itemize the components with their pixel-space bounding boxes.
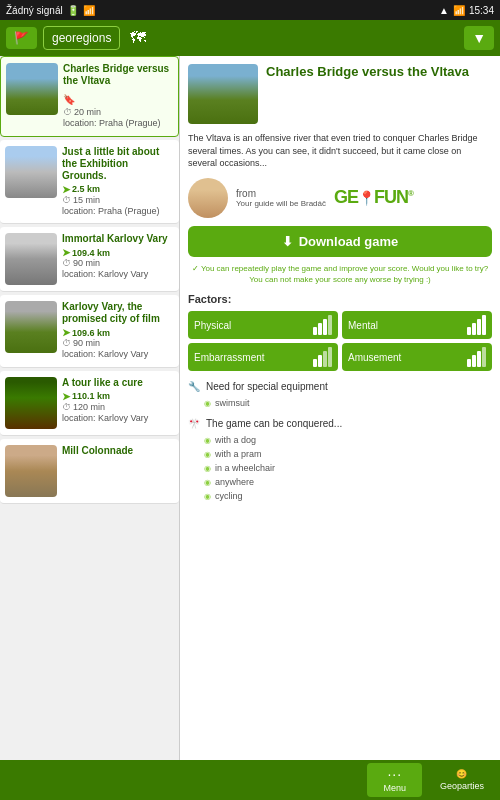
flag-icon: 🚩	[14, 31, 29, 45]
time-value: 20 min	[74, 107, 101, 117]
item-thumbnail	[5, 233, 57, 285]
item-location: location: Praha (Prague)	[63, 117, 173, 130]
conquered-item: ◉ with a dog	[188, 433, 492, 447]
main-area: Charles Bridge versus the Vltava 🔖 ⏱ 20 …	[0, 56, 500, 760]
conquered-anywhere: anywhere	[215, 477, 254, 487]
detail-panel: Charles Bridge versus the Vltava The Vlt…	[180, 56, 500, 760]
georegions-button[interactable]: georegions	[43, 26, 120, 50]
distance-value: 109.4 km	[72, 248, 110, 258]
item-title: Mill Colonnade	[62, 445, 174, 457]
list-item[interactable]: Immortal Karlovy Vary ➤ 109.4 km ⏱ 90 mi…	[0, 227, 179, 292]
filter-button[interactable]: ▼	[464, 26, 494, 50]
list-item[interactable]: Mill Colonnade	[0, 439, 179, 504]
item-distance: ➤ 2.5 km	[62, 184, 174, 195]
replay-text: You can repeatedly play the game and imp…	[201, 264, 488, 284]
flag-button[interactable]: 🚩	[6, 27, 37, 49]
bar	[467, 359, 471, 367]
item-location: location: Karlovy Vary	[62, 268, 174, 281]
map-button[interactable]: 🗺	[126, 25, 150, 51]
georegions-label: georegions	[52, 31, 111, 45]
menu-button[interactable]: ··· Menu	[367, 763, 422, 797]
conquered-item: ◉ in a wheelchair	[188, 461, 492, 475]
geofun-logo: GE📍FUN®	[334, 187, 413, 208]
circle-icon: ◉	[204, 478, 211, 487]
item-location: location: Karlovy Vary	[62, 348, 174, 361]
bar	[472, 355, 476, 367]
equipment-header-text: Need for special equipment	[206, 381, 328, 392]
item-thumbnail	[5, 146, 57, 198]
nav-bar: 🚩 georegions 🗺 ▼	[0, 20, 500, 56]
detail-title-area: Charles Bridge versus the Vltava	[266, 64, 469, 124]
time-value: 90 min	[73, 258, 100, 268]
clock-icon: ⏱	[62, 258, 71, 268]
factors-grid: Physical Mental Embarrassment	[188, 311, 492, 371]
factor-physical-bars	[313, 315, 332, 335]
circle-icon: ◉	[204, 450, 211, 459]
conquered-item: ◉ cycling	[188, 489, 492, 503]
item-thumbnail	[5, 377, 57, 429]
bar	[477, 319, 481, 335]
time-value: 90 min	[73, 338, 100, 348]
clock-icon: ⏱	[62, 195, 71, 205]
item-location: location: Karlovy Vary	[62, 412, 174, 425]
bar	[323, 319, 327, 335]
bar	[328, 347, 332, 367]
equipment-header: 🔧 Need for special equipment	[188, 381, 492, 392]
factor-amusement-bars	[467, 347, 486, 367]
factor-physical-label: Physical	[194, 320, 231, 331]
bar	[467, 327, 471, 335]
geoparties-button[interactable]: 😊 Geoparties	[424, 765, 500, 795]
guide-section: from Your guide will be Bradáč GE📍FUN®	[188, 178, 492, 218]
distance-value: 109.6 km	[72, 328, 110, 338]
bar	[472, 323, 476, 335]
item-title: Karlovy Vary, the promised city of film	[62, 301, 174, 325]
bar	[318, 355, 322, 367]
time-value: 120 min	[73, 402, 105, 412]
item-info: Charles Bridge versus the Vltava 🔖 ⏱ 20 …	[63, 63, 173, 130]
bottom-nav: ··· Menu 😊 Geoparties	[0, 760, 500, 800]
distance-value: 110.1 km	[72, 391, 110, 401]
conquered-header-text: The game can be conquered...	[206, 418, 342, 429]
list-item[interactable]: A tour like a cure ➤ 110.1 km ⏱ 120 min …	[0, 371, 179, 436]
circle-icon: ◉	[204, 464, 211, 473]
item-distance: ➤ 109.6 km	[62, 327, 174, 338]
arrow-icon: ➤	[62, 327, 70, 338]
arrow-icon: ➤	[62, 184, 70, 195]
menu-dots-icon: ···	[387, 767, 402, 781]
list-panel: Charles Bridge versus the Vltava 🔖 ⏱ 20 …	[0, 56, 180, 760]
network-icon: 📶	[453, 5, 465, 16]
item-title: Just a little bit about the Exhibition G…	[62, 146, 174, 182]
status-left: Žádný signál 🔋 📶	[6, 5, 95, 16]
list-item[interactable]: Just a little bit about the Exhibition G…	[0, 140, 179, 225]
bar	[482, 347, 486, 367]
bar	[477, 351, 481, 367]
download-game-button[interactable]: ⬇ Download game	[188, 226, 492, 257]
replay-check-icon: ✓	[192, 264, 199, 273]
signal-text: Žádný signál	[6, 5, 63, 16]
geoparties-label: Geoparties	[440, 781, 484, 791]
conquered-cycling: cycling	[215, 491, 243, 501]
item-info: Just a little bit about the Exhibition G…	[62, 146, 174, 218]
bar	[313, 359, 317, 367]
list-item[interactable]: Charles Bridge versus the Vltava 🔖 ⏱ 20 …	[0, 56, 179, 137]
item-title: A tour like a cure	[62, 377, 174, 389]
circle-icon: ◉	[204, 436, 211, 445]
factor-amusement-label: Amusement	[348, 352, 401, 363]
bar	[318, 323, 322, 335]
arrow-icon: ➤	[62, 247, 70, 258]
guide-thumbnail	[188, 178, 228, 218]
detail-description: The Vltava is an offensive river that ev…	[188, 132, 492, 170]
bar	[323, 351, 327, 367]
status-right: ▲ 📶 15:34	[439, 5, 494, 16]
item-info: Mill Colonnade	[62, 445, 174, 459]
item-info: Karlovy Vary, the promised city of film …	[62, 301, 174, 361]
item-info: A tour like a cure ➤ 110.1 km ⏱ 120 min …	[62, 377, 174, 425]
item-time: ⏱ 90 min	[62, 338, 174, 348]
flag2-icon: 🎌	[188, 418, 200, 429]
detail-title: Charles Bridge versus the Vltava	[266, 64, 469, 81]
item-time: ⏱ 120 min	[62, 402, 174, 412]
item-thumbnail	[6, 63, 58, 115]
download-icon: ⬇	[282, 234, 293, 249]
list-item[interactable]: Karlovy Vary, the promised city of film …	[0, 295, 179, 368]
factor-mental-bars	[467, 315, 486, 335]
